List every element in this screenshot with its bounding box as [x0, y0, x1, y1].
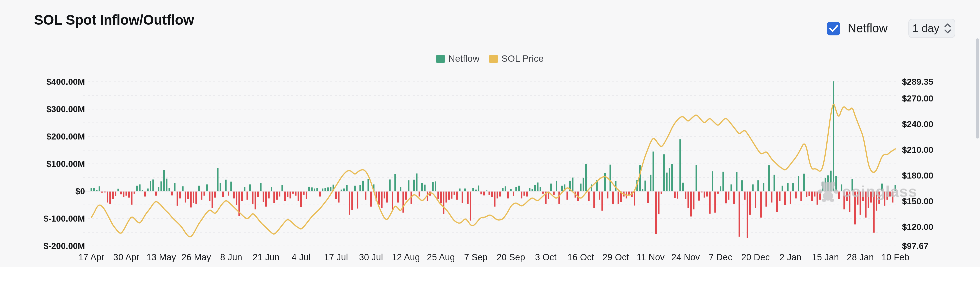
chart-legend: Netflow SOL Price — [0, 53, 980, 64]
x-axis-tick: 30 Apr — [113, 252, 139, 263]
left-axis-tick: $-200.00M — [32, 241, 85, 251]
page-title: SOL Spot Inflow/Outflow — [34, 12, 194, 28]
right-axis-tick: $210.00 — [902, 145, 933, 155]
left-axis-tick: $-100.00M — [32, 214, 85, 224]
right-axis-tick: $240.00 — [902, 119, 933, 129]
x-axis-tick: 12 Aug — [392, 252, 420, 263]
right-axis-tick: $97.67 — [902, 241, 929, 251]
left-axis-tick: $300.00M — [32, 104, 85, 115]
x-axis-tick: 13 May — [146, 252, 176, 263]
x-axis-tick: 21 Jun — [253, 252, 280, 263]
x-axis-tick: 20 Sep — [497, 252, 525, 263]
chart-controls: Netflow 1 day — [827, 19, 955, 38]
left-axis-tick: $100.00M — [32, 159, 85, 169]
x-axis-tick: 16 Oct — [567, 252, 594, 263]
x-axis-tick: 26 May — [181, 252, 211, 263]
x-axis-tick: 25 Aug — [427, 252, 455, 263]
interval-dropdown[interactable]: 1 day — [908, 19, 955, 38]
left-axis-tick: $0 — [32, 186, 85, 196]
x-axis-tick: 30 Jul — [359, 252, 383, 263]
x-axis-tick: 20 Dec — [741, 252, 770, 263]
right-axis-tick: $120.00 — [902, 222, 933, 232]
up-down-chevrons-icon — [944, 23, 951, 34]
x-axis-tick: 29 Oct — [602, 252, 629, 263]
x-axis-tick: 2 Jan — [780, 252, 801, 263]
legend-label-netflow: Netflow — [448, 53, 479, 64]
interval-value: 1 day — [912, 22, 939, 35]
netflow-checkbox[interactable] — [827, 22, 840, 35]
x-axis-tick: 3 Oct — [535, 252, 557, 263]
legend-item-sol-price[interactable]: SOL Price — [489, 53, 544, 64]
x-axis-tick: 10 Feb — [881, 252, 909, 263]
x-axis-tick: 7 Dec — [709, 252, 732, 263]
left-axis-tick: $400.00M — [32, 77, 85, 87]
legend-label-sol-price: SOL Price — [501, 53, 544, 64]
x-axis-tick: 17 Jul — [324, 252, 348, 263]
x-axis-tick: 11 Nov — [637, 252, 665, 263]
left-axis-tick: $200.00M — [32, 131, 85, 142]
x-axis-tick: 28 Jan — [847, 252, 874, 263]
sol-price-swatch-icon — [489, 55, 498, 63]
right-axis-tick: $150.00 — [902, 196, 933, 207]
right-axis-tick: $289.35 — [902, 77, 933, 87]
legend-item-netflow[interactable]: Netflow — [436, 53, 479, 64]
sol-spot-inflow-outflow-page: SOL Spot Inflow/Outflow Netflow 1 day Ne… — [0, 0, 980, 287]
x-axis-tick: 17 Apr — [78, 252, 104, 263]
checkmark-icon — [829, 25, 838, 32]
inflow-outflow-chart[interactable] — [0, 0, 980, 287]
vertical-scrollbar-thumb[interactable] — [976, 38, 979, 139]
x-axis-tick: 7 Sep — [464, 252, 488, 263]
x-axis-tick: 15 Jan — [812, 252, 839, 263]
right-axis-tick: $180.00 — [902, 171, 933, 181]
netflow-swatch-icon — [436, 55, 445, 63]
x-axis-tick: 8 Jun — [220, 252, 242, 263]
x-axis-tick: 4 Jul — [292, 252, 311, 263]
footer-strip — [0, 267, 980, 287]
right-axis-tick: $270.00 — [902, 93, 933, 104]
netflow-checkbox-label: Netflow — [848, 21, 888, 35]
x-axis-tick: 24 Nov — [671, 252, 700, 263]
